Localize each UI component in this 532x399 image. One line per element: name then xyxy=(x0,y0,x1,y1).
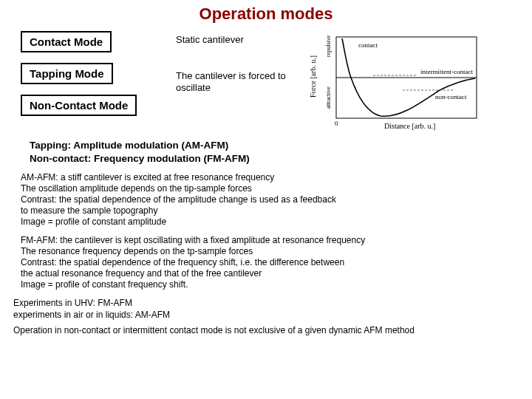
static-cantilever-label: Static cantilever xyxy=(176,34,287,45)
subhead-noncontact: Non-contact: Frequency modulation (FM-AF… xyxy=(30,152,502,166)
force-distance-chart: contact intermittent-contact non-contact… xyxy=(307,31,491,134)
fm-afm-block: FM-AFM: the cantilever is kept oscillati… xyxy=(0,235,532,290)
footer-note: Operation in non-contact or intermittent… xyxy=(13,325,519,337)
am-afm-block: AM-AFM: a stiff cantilever is excited at… xyxy=(0,172,532,228)
chart-y-lower: attractive xyxy=(325,86,332,109)
chart-ann-noncontact: non-contact xyxy=(435,93,467,100)
oscillate-label: The cantilever is forced to oscillate xyxy=(176,70,287,93)
chart-ann-intermittent: intermittent-contact xyxy=(420,68,473,75)
footer-block: Experiments in UHV: FM-AFM experiments i… xyxy=(0,298,532,337)
top-row: Contact Mode Tapping Mode Non-Contact Mo… xyxy=(0,31,532,134)
modulation-subhead: Tapping: Amplitude modulation (AM-AFM) N… xyxy=(0,139,532,165)
modes-column: Contact Mode Tapping Mode Non-Contact Mo… xyxy=(21,31,161,116)
chart-xlabel: Distance [arb. u.] xyxy=(384,122,435,130)
contact-mode-box: Contact Mode xyxy=(21,31,112,52)
chart-ann-contact: contact xyxy=(358,41,378,49)
subhead-tapping: Tapping: Amplitude modulation (AM-AFM) xyxy=(30,139,502,152)
exp-uhv: Experiments in UHV: FM-AFM xyxy=(13,298,132,308)
tapping-mode-box: Tapping Mode xyxy=(21,63,113,84)
chart-y-upper: repulsive xyxy=(325,35,332,57)
noncontact-mode-box: Non-Contact Mode xyxy=(21,95,137,116)
chart-column: contact intermittent-contact non-contact… xyxy=(287,31,511,134)
exp-air-liquid: experiments in air or in liquids: AM-AFM xyxy=(13,310,170,320)
descriptions-column: Static cantilever The cantilever is forc… xyxy=(161,31,287,93)
chart-ylabel: Force [arb. u.] xyxy=(309,55,317,98)
page-title: Operation modes xyxy=(0,4,532,24)
chart-origin: 0 xyxy=(335,120,338,127)
